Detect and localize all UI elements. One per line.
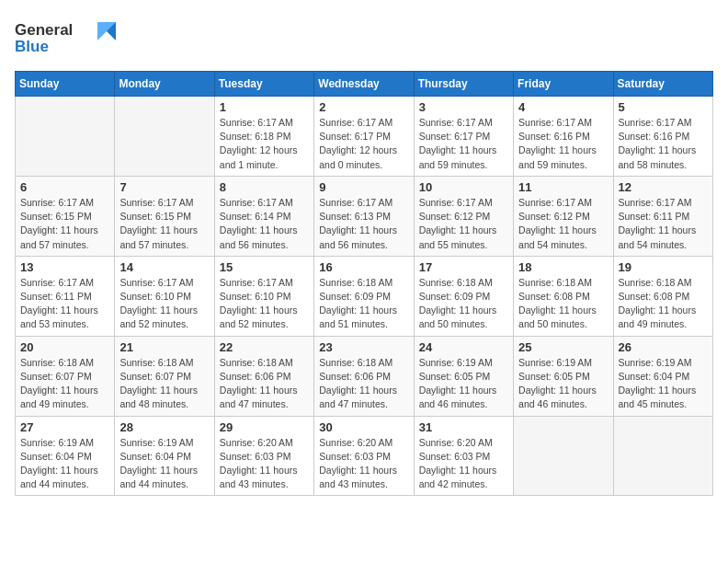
calendar-cell: 5Sunrise: 6:17 AM Sunset: 6:16 PM Daylig… xyxy=(613,97,712,177)
day-info: Sunrise: 6:17 AM Sunset: 6:17 PM Dayligh… xyxy=(419,116,508,172)
calendar-cell: 10Sunrise: 6:17 AM Sunset: 6:12 PM Dayli… xyxy=(414,176,513,256)
day-info: Sunrise: 6:18 AM Sunset: 6:08 PM Dayligh… xyxy=(619,276,708,332)
day-number: 13 xyxy=(20,260,109,274)
day-info: Sunrise: 6:17 AM Sunset: 6:16 PM Dayligh… xyxy=(619,116,708,172)
calendar-cell: 19Sunrise: 6:18 AM Sunset: 6:08 PM Dayli… xyxy=(613,256,712,336)
day-number: 12 xyxy=(619,180,708,194)
calendar-cell xyxy=(115,97,214,177)
day-info: Sunrise: 6:17 AM Sunset: 6:15 PM Dayligh… xyxy=(119,196,209,252)
calendar-cell: 3Sunrise: 6:17 AM Sunset: 6:17 PM Daylig… xyxy=(414,97,513,177)
day-info: Sunrise: 6:19 AM Sunset: 6:05 PM Dayligh… xyxy=(419,356,508,412)
day-number: 28 xyxy=(119,420,209,434)
day-info: Sunrise: 6:19 AM Sunset: 6:04 PM Dayligh… xyxy=(20,436,109,492)
day-number: 20 xyxy=(20,340,109,354)
day-info: Sunrise: 6:17 AM Sunset: 6:12 PM Dayligh… xyxy=(518,196,608,252)
day-number: 5 xyxy=(619,100,708,114)
day-number: 3 xyxy=(419,100,508,114)
calendar-cell: 21Sunrise: 6:18 AM Sunset: 6:07 PM Dayli… xyxy=(115,336,214,416)
day-info: Sunrise: 6:19 AM Sunset: 6:04 PM Dayligh… xyxy=(119,436,209,492)
day-number: 16 xyxy=(319,260,408,274)
calendar-cell xyxy=(16,97,115,177)
day-info: Sunrise: 6:20 AM Sunset: 6:03 PM Dayligh… xyxy=(319,436,408,492)
calendar-header-row: SundayMondayTuesdayWednesdayThursdayFrid… xyxy=(16,72,713,97)
day-info: Sunrise: 6:18 AM Sunset: 6:09 PM Dayligh… xyxy=(319,276,408,332)
calendar-cell: 17Sunrise: 6:18 AM Sunset: 6:09 PM Dayli… xyxy=(414,256,513,336)
calendar-cell: 25Sunrise: 6:19 AM Sunset: 6:05 PM Dayli… xyxy=(514,336,613,416)
day-number: 25 xyxy=(518,340,608,354)
day-number: 9 xyxy=(319,180,408,194)
day-info: Sunrise: 6:17 AM Sunset: 6:14 PM Dayligh… xyxy=(220,196,309,252)
calendar-cell: 12Sunrise: 6:17 AM Sunset: 6:11 PM Dayli… xyxy=(613,176,712,256)
day-number: 22 xyxy=(220,340,309,354)
calendar-week-row: 20Sunrise: 6:18 AM Sunset: 6:07 PM Dayli… xyxy=(16,336,713,416)
calendar-week-row: 6Sunrise: 6:17 AM Sunset: 6:15 PM Daylig… xyxy=(16,176,713,256)
day-number: 11 xyxy=(518,180,608,194)
svg-text:Blue: Blue xyxy=(15,38,49,55)
day-info: Sunrise: 6:17 AM Sunset: 6:18 PM Dayligh… xyxy=(220,116,309,172)
calendar-cell: 14Sunrise: 6:17 AM Sunset: 6:10 PM Dayli… xyxy=(115,256,214,336)
day-info: Sunrise: 6:18 AM Sunset: 6:06 PM Dayligh… xyxy=(319,356,408,412)
calendar-cell: 6Sunrise: 6:17 AM Sunset: 6:15 PM Daylig… xyxy=(16,176,115,256)
day-number: 1 xyxy=(220,100,309,114)
calendar-table: SundayMondayTuesdayWednesdayThursdayFrid… xyxy=(15,71,713,496)
calendar-cell xyxy=(613,416,712,496)
calendar-cell: 18Sunrise: 6:18 AM Sunset: 6:08 PM Dayli… xyxy=(514,256,613,336)
svg-text:General: General xyxy=(15,21,73,39)
header-thursday: Thursday xyxy=(414,72,513,97)
day-number: 6 xyxy=(20,180,109,194)
day-number: 30 xyxy=(319,420,408,434)
calendar-cell: 7Sunrise: 6:17 AM Sunset: 6:15 PM Daylig… xyxy=(115,176,214,256)
calendar-cell: 16Sunrise: 6:18 AM Sunset: 6:09 PM Dayli… xyxy=(314,256,414,336)
calendar-week-row: 27Sunrise: 6:19 AM Sunset: 6:04 PM Dayli… xyxy=(16,416,713,496)
day-number: 21 xyxy=(119,340,209,354)
calendar-cell: 24Sunrise: 6:19 AM Sunset: 6:05 PM Dayli… xyxy=(414,336,513,416)
day-info: Sunrise: 6:17 AM Sunset: 6:17 PM Dayligh… xyxy=(319,116,408,172)
calendar-cell: 31Sunrise: 6:20 AM Sunset: 6:03 PM Dayli… xyxy=(414,416,513,496)
day-number: 19 xyxy=(619,260,708,274)
calendar-cell: 4Sunrise: 6:17 AM Sunset: 6:16 PM Daylig… xyxy=(514,97,613,177)
day-info: Sunrise: 6:20 AM Sunset: 6:03 PM Dayligh… xyxy=(220,436,309,492)
day-info: Sunrise: 6:18 AM Sunset: 6:08 PM Dayligh… xyxy=(518,276,608,332)
calendar-cell: 27Sunrise: 6:19 AM Sunset: 6:04 PM Dayli… xyxy=(16,416,115,496)
day-info: Sunrise: 6:17 AM Sunset: 6:10 PM Dayligh… xyxy=(220,276,309,332)
header-monday: Monday xyxy=(115,72,214,97)
calendar-cell: 20Sunrise: 6:18 AM Sunset: 6:07 PM Dayli… xyxy=(16,336,115,416)
day-info: Sunrise: 6:17 AM Sunset: 6:11 PM Dayligh… xyxy=(20,276,109,332)
logo-wordmark: General Blue xyxy=(15,15,116,60)
calendar-cell: 23Sunrise: 6:18 AM Sunset: 6:06 PM Dayli… xyxy=(314,336,414,416)
calendar-cell: 2Sunrise: 6:17 AM Sunset: 6:17 PM Daylig… xyxy=(314,97,414,177)
day-number: 15 xyxy=(220,260,309,274)
page-header: General Blue xyxy=(15,15,713,60)
calendar-cell: 1Sunrise: 6:17 AM Sunset: 6:18 PM Daylig… xyxy=(214,97,313,177)
day-info: Sunrise: 6:17 AM Sunset: 6:10 PM Dayligh… xyxy=(119,276,209,332)
calendar-cell: 28Sunrise: 6:19 AM Sunset: 6:04 PM Dayli… xyxy=(115,416,214,496)
calendar-week-row: 1Sunrise: 6:17 AM Sunset: 6:18 PM Daylig… xyxy=(16,97,713,177)
day-number: 2 xyxy=(319,100,408,114)
day-info: Sunrise: 6:20 AM Sunset: 6:03 PM Dayligh… xyxy=(419,436,508,492)
day-number: 17 xyxy=(419,260,508,274)
calendar-cell: 29Sunrise: 6:20 AM Sunset: 6:03 PM Dayli… xyxy=(214,416,313,496)
header-tuesday: Tuesday xyxy=(214,72,313,97)
header-friday: Friday xyxy=(514,72,613,97)
header-sunday: Sunday xyxy=(16,72,115,97)
logo: General Blue xyxy=(15,15,116,60)
day-info: Sunrise: 6:17 AM Sunset: 6:13 PM Dayligh… xyxy=(319,196,408,252)
header-saturday: Saturday xyxy=(613,72,712,97)
calendar-cell: 26Sunrise: 6:19 AM Sunset: 6:04 PM Dayli… xyxy=(613,336,712,416)
calendar-cell: 11Sunrise: 6:17 AM Sunset: 6:12 PM Dayli… xyxy=(514,176,613,256)
calendar-cell: 15Sunrise: 6:17 AM Sunset: 6:10 PM Dayli… xyxy=(214,256,313,336)
day-number: 27 xyxy=(20,420,109,434)
day-number: 18 xyxy=(518,260,608,274)
day-number: 7 xyxy=(119,180,209,194)
calendar-cell: 22Sunrise: 6:18 AM Sunset: 6:06 PM Dayli… xyxy=(214,336,313,416)
calendar-week-row: 13Sunrise: 6:17 AM Sunset: 6:11 PM Dayli… xyxy=(16,256,713,336)
header-wednesday: Wednesday xyxy=(314,72,414,97)
day-info: Sunrise: 6:18 AM Sunset: 6:09 PM Dayligh… xyxy=(419,276,508,332)
day-number: 14 xyxy=(119,260,209,274)
day-info: Sunrise: 6:18 AM Sunset: 6:06 PM Dayligh… xyxy=(220,356,309,412)
day-number: 24 xyxy=(419,340,508,354)
day-number: 23 xyxy=(319,340,408,354)
day-number: 8 xyxy=(220,180,309,194)
day-info: Sunrise: 6:18 AM Sunset: 6:07 PM Dayligh… xyxy=(119,356,209,412)
day-info: Sunrise: 6:19 AM Sunset: 6:04 PM Dayligh… xyxy=(619,356,708,412)
